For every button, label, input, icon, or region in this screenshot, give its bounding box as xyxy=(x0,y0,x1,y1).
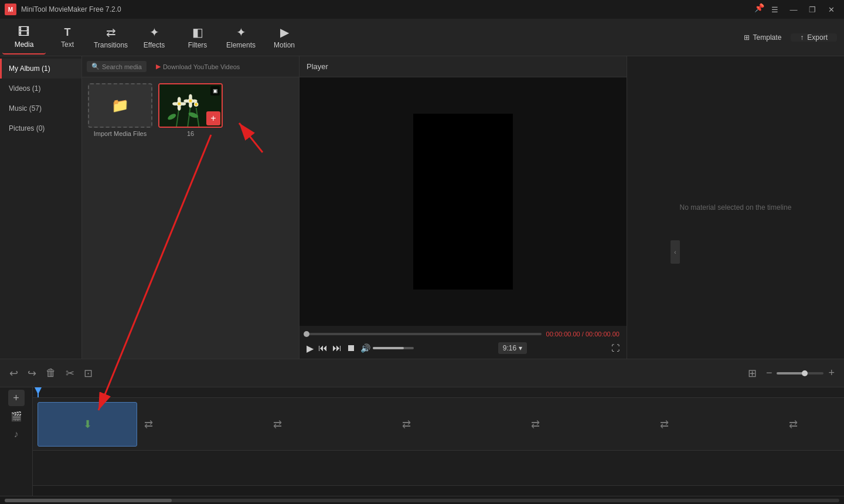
main-toolbar: 🎞 Media T Text ⇄ Transitions ✦ Effects ◧… xyxy=(0,19,844,56)
toolbar-effects[interactable]: ✦ Effects xyxy=(132,21,176,55)
video-media-thumb[interactable]: ▣ + xyxy=(158,83,223,128)
cut-button[interactable]: ✂ xyxy=(63,365,77,382)
elements-label: Elements xyxy=(226,41,256,49)
timeline-toolbar: ↩ ↪ 🗑 ✂ ⊡ ⊞ − + xyxy=(0,359,844,387)
time-current: 00:00:00.00 xyxy=(546,331,580,338)
audio-track xyxy=(33,451,844,486)
playhead-marker xyxy=(34,387,42,394)
svg-point-11 xyxy=(195,103,198,106)
svg-point-19 xyxy=(192,99,198,103)
aspect-ratio-select[interactable]: 9:16 ▾ xyxy=(498,342,527,354)
skip-forward-button[interactable]: ⏭ xyxy=(332,343,342,353)
elements-icon: ✦ xyxy=(236,25,246,39)
text-icon: T xyxy=(64,26,71,39)
scrollbar-thumb[interactable] xyxy=(5,499,172,502)
video-clip[interactable]: ⬇ xyxy=(38,402,137,447)
sidebar-item-music[interactable]: Music (57) xyxy=(0,98,81,118)
video-media-item[interactable]: ▣ + 16 xyxy=(158,83,223,353)
fullscreen-button[interactable]: ⛶ xyxy=(611,343,620,353)
sidebar-item-my-album[interactable]: My Album (1) xyxy=(0,59,81,79)
import-media-item[interactable]: 📁 Import Media Files xyxy=(88,83,152,353)
media-icon: 🎞 xyxy=(18,25,30,39)
template-label: Template xyxy=(753,33,782,42)
timeline-tools-left: ↩ ↪ 🗑 ✂ ⊡ xyxy=(7,365,95,382)
svg-point-13 xyxy=(178,105,181,111)
sidebar-item-videos[interactable]: Videos (1) xyxy=(0,79,81,98)
play-button[interactable]: ▶ xyxy=(307,343,314,354)
toolbar-elements[interactable]: ✦ Elements xyxy=(219,21,263,55)
title-bar: M MiniTool MovieMaker Free 7.2.0 📌 ☰ — ❐… xyxy=(0,0,844,19)
timeline-tracks[interactable]: ⬇ ⇄ ⇄ ⇄ ⇄ ⇄ ⇄ xyxy=(33,387,844,496)
transition-6[interactable]: ⇄ xyxy=(789,418,798,431)
add-to-timeline-button[interactable]: + xyxy=(206,111,220,125)
scrollbar-track[interactable] xyxy=(5,499,839,502)
volume-fill xyxy=(373,347,404,349)
template-button[interactable]: ⊞ Template xyxy=(734,33,791,42)
volume-icon[interactable]: 🔊 xyxy=(360,343,370,353)
audio-track-icon: ♪ xyxy=(12,427,21,442)
sidebar-item-pictures[interactable]: Pictures (0) xyxy=(0,118,81,138)
svg-point-14 xyxy=(172,102,178,105)
transition-4[interactable]: ⇄ xyxy=(531,418,540,431)
svg-point-15 xyxy=(181,102,186,105)
effects-label: Effects xyxy=(144,41,165,49)
zoom-plus-button[interactable]: + xyxy=(826,365,837,382)
filters-label: Filters xyxy=(188,41,207,49)
controls-left: ▶ ⏮ ⏭ ⏹ 🔊 xyxy=(307,343,414,354)
youtube-label: Download YouTube Videos xyxy=(163,63,240,70)
search-placeholder: Search media xyxy=(102,63,142,70)
motion-icon: ▶ xyxy=(280,25,289,39)
toolbar-motion[interactable]: ▶ Motion xyxy=(263,21,306,55)
playhead xyxy=(38,387,39,397)
youtube-icon: ▶ xyxy=(156,63,161,70)
redo-button[interactable]: ↪ xyxy=(25,365,39,382)
maximize-button[interactable]: ❐ xyxy=(804,3,821,16)
undo-button[interactable]: ↩ xyxy=(7,365,21,382)
progress-bar[interactable] xyxy=(307,333,542,335)
time-display: 00:00:00.00 / 00:00:00.00 xyxy=(546,331,620,338)
transition-1[interactable]: ⇄ xyxy=(144,418,153,431)
controls-row: ▶ ⏮ ⏭ ⏹ 🔊 9:16 ▾ ⛶ xyxy=(307,342,620,354)
delete-button[interactable]: 🗑 xyxy=(43,365,59,382)
player-area: Player 00:00:00.00 / 00:00:00.00 ▶ xyxy=(299,56,627,359)
timeline-scrollbar xyxy=(0,496,844,504)
player-title: Player xyxy=(307,62,328,71)
toolbar-media[interactable]: 🎞 Media xyxy=(2,21,46,55)
zoom-minus-button[interactable]: − xyxy=(764,365,775,382)
close-button[interactable]: ✕ xyxy=(823,3,839,16)
menu-button[interactable]: ☰ xyxy=(767,3,783,16)
transition-3[interactable]: ⇄ xyxy=(402,418,411,431)
toolbar-filters[interactable]: ◧ Filters xyxy=(176,21,219,55)
search-box[interactable]: 🔍 Search media xyxy=(87,61,147,72)
add-track-button[interactable]: + xyxy=(8,390,25,406)
timeline-body: + 🎬 ♪ ⬇ ⇄ ⇄ ⇄ ⇄ ⇄ ⇄ xyxy=(0,387,844,496)
transition-2[interactable]: ⇄ xyxy=(273,418,282,431)
export-button[interactable]: ↑ Export xyxy=(791,33,837,42)
skip-back-button[interactable]: ⏮ xyxy=(318,343,328,353)
title-bar-controls: 📌 ☰ — ❐ ✕ xyxy=(754,3,839,16)
minimize-button[interactable]: — xyxy=(785,3,802,16)
toolbar-transitions[interactable]: ⇄ Transitions xyxy=(89,21,132,55)
export-icon: ↑ xyxy=(800,33,804,42)
no-material-text: No material selected on the timeline xyxy=(680,203,792,212)
svg-point-16 xyxy=(189,94,192,100)
volume-slider[interactable] xyxy=(373,347,414,349)
stop-button[interactable]: ⏹ xyxy=(346,343,356,353)
text-label: Text xyxy=(61,40,74,49)
zoom-fill xyxy=(777,372,805,374)
video-track-icon: 🎬 xyxy=(8,408,25,424)
crop-button[interactable]: ⊡ xyxy=(81,365,95,382)
transition-5[interactable]: ⇄ xyxy=(660,418,669,431)
progress-dot xyxy=(304,331,309,337)
import-media-thumb[interactable]: 📁 xyxy=(88,83,152,128)
svg-point-17 xyxy=(189,102,192,108)
toolbar-text[interactable]: T Text xyxy=(46,21,89,55)
content-area: My Album (1) Videos (1) Music (57) Pictu… xyxy=(0,56,844,359)
transitions-icon: ⇄ xyxy=(106,25,116,39)
panel-toggle[interactable]: ‹ xyxy=(671,240,680,264)
zoom-slider[interactable] xyxy=(777,372,823,374)
timeline-ruler xyxy=(33,387,844,398)
split-icon[interactable]: ⊞ xyxy=(746,365,759,382)
media-panel: 🔍 Search media ▶ Download YouTube Videos… xyxy=(82,56,299,359)
youtube-download-button[interactable]: ▶ Download YouTube Videos xyxy=(151,61,245,72)
